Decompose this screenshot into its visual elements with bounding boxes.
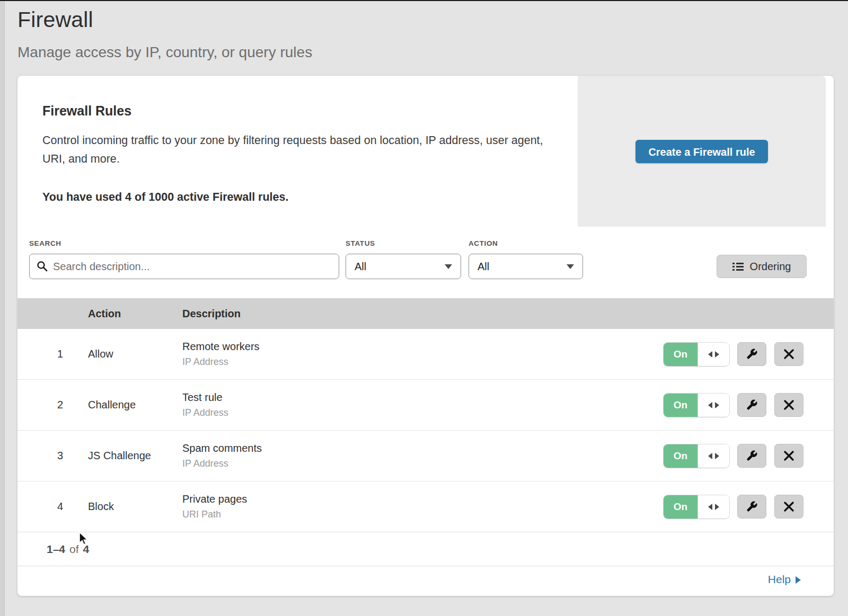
search-box xyxy=(29,254,339,279)
rule-description: Remote workers IP Address xyxy=(182,341,664,368)
search-group: SEARCH xyxy=(29,239,339,279)
edit-rule-button[interactable] xyxy=(737,393,766,417)
table-row: 2 Challenge Test rule IP Address On xyxy=(17,380,834,431)
delete-rule-button[interactable] xyxy=(774,393,803,417)
toggle-handle[interactable] xyxy=(697,343,729,366)
rule-match-type: URI Path xyxy=(182,509,664,520)
intro-text: Firewall Rules Control incoming traffic … xyxy=(17,76,558,204)
action-value: All xyxy=(478,261,489,273)
rule-controls: On xyxy=(664,342,803,366)
wrench-icon xyxy=(746,450,758,462)
status-group: STATUS All xyxy=(346,239,461,279)
toggle-handle[interactable] xyxy=(697,495,729,519)
create-panel: Create a Firewall rule xyxy=(578,76,826,227)
wrench-icon xyxy=(746,399,758,411)
rule-controls: On xyxy=(664,444,803,468)
triangle-left-icon xyxy=(708,351,712,358)
right-triangle-icon xyxy=(796,576,801,584)
page-title: Firewall xyxy=(17,7,848,32)
toggle-handle[interactable] xyxy=(697,444,729,468)
x-icon xyxy=(784,451,794,461)
delete-rule-button[interactable] xyxy=(774,495,803,519)
rule-number: 2 xyxy=(17,399,88,411)
card-heading: Firewall Rules xyxy=(42,103,558,119)
help-row: Help xyxy=(17,566,834,593)
rule-controls: On xyxy=(664,393,803,417)
triangle-right-icon xyxy=(715,504,719,510)
triangle-right-icon xyxy=(715,453,719,459)
toggle-handle[interactable] xyxy=(697,394,729,417)
search-input[interactable] xyxy=(29,254,339,279)
rule-toggle[interactable]: On xyxy=(664,495,729,519)
status-select[interactable]: All xyxy=(346,254,461,279)
x-icon xyxy=(784,349,794,359)
rule-match-type: IP Address xyxy=(182,407,664,418)
search-label: SEARCH xyxy=(29,239,339,247)
rule-description: Spam comments IP Address xyxy=(182,442,664,469)
rule-match-type: IP Address xyxy=(182,458,664,469)
rule-number: 4 xyxy=(17,501,88,513)
rule-number: 1 xyxy=(17,348,88,360)
triangle-left-icon xyxy=(708,504,712,510)
ordering-button[interactable]: Ordering xyxy=(717,255,807,278)
delete-rule-button[interactable] xyxy=(774,342,803,366)
help-label: Help xyxy=(768,573,791,586)
chevron-down-icon xyxy=(445,264,452,269)
pagination-total: 4 xyxy=(83,543,90,556)
action-select[interactable]: All xyxy=(469,254,583,279)
triangle-left-icon xyxy=(708,453,712,459)
table-row: 3 JS Challenge Spam comments IP Address … xyxy=(17,431,834,481)
help-link[interactable]: Help xyxy=(768,573,801,586)
delete-rule-button[interactable] xyxy=(774,444,803,468)
rule-description-title: Spam comments xyxy=(182,442,664,454)
triangle-right-icon xyxy=(715,402,719,408)
edit-rule-button[interactable] xyxy=(737,444,766,468)
list-icon xyxy=(732,262,744,272)
x-icon xyxy=(784,400,794,410)
action-group: ACTION All xyxy=(469,239,583,279)
rule-controls: On xyxy=(664,495,803,519)
wrench-icon xyxy=(746,501,758,513)
rule-toggle[interactable]: On xyxy=(664,343,729,366)
status-label: STATUS xyxy=(346,239,461,247)
rule-toggle[interactable]: On xyxy=(664,444,729,468)
pagination-range: 1–4 xyxy=(47,543,65,556)
wrench-icon xyxy=(746,348,758,360)
page-subtitle: Manage access by IP, country, or query r… xyxy=(17,44,848,61)
rule-description-title: Remote workers xyxy=(182,341,664,353)
rule-action: Allow xyxy=(88,348,182,360)
description-column-header: Description xyxy=(182,308,664,320)
firewall-rules-card: Firewall Rules Control incoming traffic … xyxy=(17,76,834,596)
chevron-down-icon xyxy=(567,264,574,269)
toggle-on-label: On xyxy=(664,444,697,468)
status-value: All xyxy=(355,261,366,273)
filters-bar: SEARCH STATUS All ACTION All xyxy=(17,227,834,298)
rule-toggle[interactable]: On xyxy=(664,394,729,417)
triangle-left-icon xyxy=(708,402,712,408)
window-left-edge xyxy=(0,0,5,616)
rule-number: 3 xyxy=(17,450,88,462)
rule-action: JS Challenge xyxy=(88,450,182,462)
table-row: 4 Block Private pages URI Path On xyxy=(17,481,834,532)
rule-action: Challenge xyxy=(88,399,182,411)
intro-section: Firewall Rules Control incoming traffic … xyxy=(17,76,834,227)
rule-description-title: Test rule xyxy=(182,391,664,404)
toggle-on-label: On xyxy=(664,495,697,519)
rule-match-type: IP Address xyxy=(182,356,664,368)
table-header: Action Description xyxy=(17,298,834,329)
rule-description-title: Private pages xyxy=(182,493,664,505)
action-label: ACTION xyxy=(469,239,583,247)
edit-rule-button[interactable] xyxy=(737,495,766,519)
usage-text: You have used 4 of 1000 active Firewall … xyxy=(42,191,558,204)
triangle-right-icon xyxy=(715,351,719,358)
ordering-label: Ordering xyxy=(750,261,791,273)
create-firewall-rule-button[interactable]: Create a Firewall rule xyxy=(635,140,767,163)
action-column-header: Action xyxy=(88,308,182,320)
toggle-on-label: On xyxy=(664,343,697,366)
pagination-info: 1–4 of 4 xyxy=(17,532,834,566)
page-header: Firewall Manage access by IP, country, o… xyxy=(0,0,848,61)
x-icon xyxy=(784,502,794,512)
rule-description: Test rule IP Address xyxy=(182,391,664,418)
card-description: Control incoming traffic to your zone by… xyxy=(42,131,543,168)
edit-rule-button[interactable] xyxy=(737,342,766,366)
